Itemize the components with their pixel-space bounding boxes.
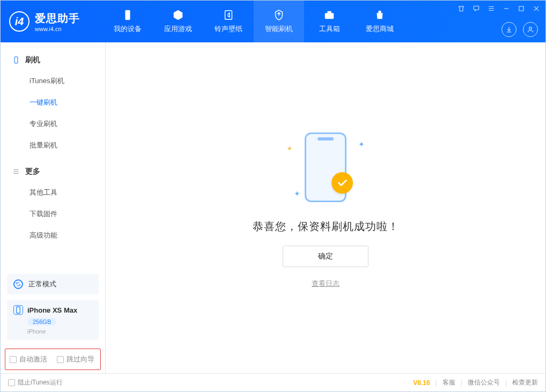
- nav-tab-label: 我的设备: [114, 24, 142, 34]
- confirm-button[interactable]: 确定: [283, 246, 368, 267]
- nav-tab-label: 应用游戏: [164, 24, 192, 34]
- sidebar-item-pro-flash[interactable]: 专业刷机: [1, 113, 105, 135]
- maximize-button[interactable]: [517, 4, 526, 13]
- sidebar-item-batch-flash[interactable]: 批量刷机: [1, 135, 105, 156]
- device-icon: [122, 9, 134, 21]
- svg-rect-17: [17, 307, 20, 313]
- minimize-button[interactable]: [501, 4, 511, 13]
- nav-tab-store[interactable]: 爱思商城: [355, 1, 405, 42]
- nav-tab-label: 工具箱: [319, 24, 340, 34]
- toolbox-icon: [323, 9, 335, 21]
- success-message: 恭喜您，保资料刷机成功啦！: [253, 219, 399, 234]
- nav-tab-device[interactable]: 我的设备: [102, 1, 153, 42]
- device-capacity: 256GB: [27, 318, 56, 326]
- device-name: iPhone XS Max: [27, 306, 77, 314]
- separator: |: [461, 379, 462, 387]
- device-card[interactable]: iPhone XS Max 256GB iPhone: [7, 300, 99, 340]
- device-small-icon: [13, 305, 23, 315]
- sparkle-icon: ✦: [294, 189, 300, 198]
- checkbox-label: 阻止iTunes运行: [18, 378, 63, 387]
- feedback-icon[interactable]: [471, 4, 481, 13]
- close-button[interactable]: [532, 4, 541, 13]
- app-header: i4 爱思助手 www.i4.cn 我的设备 应用游戏 铃声壁纸 智能刷机 工具…: [1, 1, 545, 42]
- checkbox-box: [8, 379, 15, 386]
- app-logo: i4 爱思助手 www.i4.cn: [1, 11, 102, 32]
- nav-tabs: 我的设备 应用游戏 铃声壁纸 智能刷机 工具箱 爱思商城: [102, 1, 405, 42]
- svg-rect-2: [325, 13, 334, 19]
- svg-rect-1: [225, 11, 232, 20]
- sidebar-item-itunes-flash[interactable]: iTunes刷机: [1, 70, 105, 92]
- footer-link-update[interactable]: 检查更新: [512, 378, 538, 387]
- checkbox-box: [10, 356, 17, 363]
- sidebar-item-other-tools[interactable]: 其他工具: [1, 182, 105, 203]
- flash-options-highlighted: 自动激活 跳过向导: [5, 349, 101, 370]
- sidebar: 刷机 iTunes刷机 一键刷机 专业刷机 批量刷机 更多 其他工具 下载固件 …: [1, 42, 106, 373]
- sparkle-icon: ✦: [286, 144, 293, 153]
- header-right-icons: [501, 22, 538, 37]
- sidebar-item-advanced[interactable]: 高级功能: [1, 225, 105, 246]
- svg-rect-3: [327, 11, 331, 13]
- success-illustration: ✦ ✦ ✦: [280, 127, 371, 208]
- sidebar-item-oneclick-flash[interactable]: 一键刷机: [1, 92, 105, 113]
- flash-icon: [273, 9, 285, 21]
- footer: 阻止iTunes运行 V8.16 | 客服 | 微信公众号 | 检查更新: [1, 373, 545, 391]
- svg-rect-13: [14, 57, 18, 63]
- checkbox-box: [57, 356, 64, 363]
- nav-tab-flash[interactable]: 智能刷机: [254, 1, 304, 42]
- mode-card[interactable]: 正常模式: [7, 274, 99, 294]
- sidebar-group-flash: 刷机: [1, 50, 105, 70]
- separator: |: [505, 379, 507, 387]
- checkbox-label: 跳过向导: [67, 354, 94, 364]
- refresh-icon: [13, 279, 23, 289]
- sidebar-item-download-firmware[interactable]: 下载固件: [1, 203, 105, 225]
- nav-tab-label: 铃声壁纸: [215, 24, 242, 34]
- svg-rect-0: [125, 10, 130, 20]
- footer-link-wechat[interactable]: 微信公众号: [468, 378, 500, 387]
- footer-link-support[interactable]: 客服: [442, 378, 455, 387]
- view-log-link[interactable]: 查看日志: [312, 279, 340, 289]
- apps-icon: [172, 9, 184, 21]
- version-label: V8.16: [413, 379, 430, 387]
- body: 刷机 iTunes刷机 一键刷机 专业刷机 批量刷机 更多 其他工具 下载固件 …: [1, 42, 545, 373]
- menu-icon: [12, 168, 20, 175]
- check-badge-icon: [331, 172, 353, 194]
- checkbox-skip-guide[interactable]: 跳过向导: [57, 354, 94, 364]
- phone-icon: [12, 56, 20, 64]
- window-controls: [456, 4, 541, 13]
- nav-tab-toolbox[interactable]: 工具箱: [304, 1, 355, 42]
- store-icon: [374, 9, 386, 21]
- app-url: www.i4.cn: [35, 26, 80, 32]
- sidebar-group-more: 更多: [1, 161, 105, 182]
- checkbox-block-itunes[interactable]: 阻止iTunes运行: [8, 378, 63, 387]
- sparkle-icon: ✦: [358, 140, 365, 149]
- nav-tab-label: 智能刷机: [265, 24, 293, 34]
- checkbox-auto-activate[interactable]: 自动激活: [10, 354, 47, 364]
- sidebar-group-title: 更多: [25, 167, 40, 176]
- svg-point-12: [529, 27, 532, 29]
- ringtone-icon: [223, 9, 234, 21]
- sidebar-group-title: 刷机: [25, 55, 40, 65]
- nav-tab-ringtone[interactable]: 铃声壁纸: [203, 1, 254, 42]
- separator: |: [436, 379, 437, 387]
- checkbox-label: 自动激活: [19, 354, 47, 364]
- mode-label: 正常模式: [28, 279, 56, 289]
- app-name: 爱思助手: [35, 11, 80, 26]
- menu-icon[interactable]: [486, 4, 496, 13]
- nav-tab-apps[interactable]: 应用游戏: [153, 1, 203, 42]
- download-icon[interactable]: [501, 22, 517, 37]
- device-type: iPhone: [27, 328, 92, 335]
- logo-icon: i4: [9, 11, 29, 32]
- shirt-icon[interactable]: [456, 4, 466, 13]
- nav-tab-label: 爱思商城: [366, 24, 394, 34]
- user-icon[interactable]: [523, 22, 538, 37]
- svg-rect-9: [519, 6, 523, 11]
- main-content: ✦ ✦ ✦ 恭喜您，保资料刷机成功啦！ 确定 查看日志: [106, 42, 545, 373]
- svg-rect-4: [474, 6, 478, 10]
